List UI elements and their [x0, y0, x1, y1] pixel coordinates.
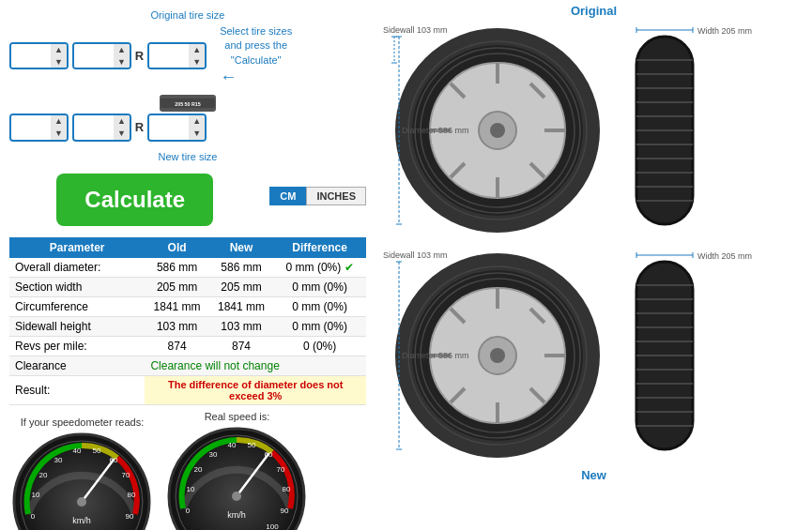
svg-text:90: 90	[281, 507, 289, 515]
diff-circumference: 0 mm (0%)	[273, 296, 366, 316]
old-width: 205 mm	[145, 277, 208, 296]
header-diff: Difference	[273, 237, 366, 258]
diff-revs: 0 (0%)	[273, 336, 366, 356]
table-row: Section width 205 mm 205 mm 0 mm (0%)	[9, 277, 366, 296]
svg-text:100: 100	[266, 522, 279, 530]
speedometer-real: Real speed is: 0 10 20	[164, 411, 310, 530]
param-width: Section width	[9, 277, 145, 296]
clearance-value: Clearance will not change	[145, 356, 366, 375]
svg-text:80: 80	[283, 485, 291, 493]
new-width-up[interactable]: ▲	[51, 115, 67, 128]
new-tire-row: 205 ▲ ▼ 50 ▲ ▼ R 15 ▲ ▼	[9, 114, 366, 142]
result-row: Result: The difference of diameter does …	[9, 375, 366, 404]
arrow-hint: Select tire sizes and press the "Calcula…	[220, 24, 292, 68]
new-profile-input[interactable]: 50	[74, 115, 114, 139]
new-rim-input[interactable]: 15	[149, 115, 189, 139]
table-row: Revs per mile: 874 874 0 (0%)	[9, 336, 366, 356]
svg-point-49	[490, 123, 505, 138]
svg-text:40: 40	[73, 447, 82, 455]
clearance-row: Clearance Clearance will not change	[9, 356, 366, 375]
param-revs: Revs per mile:	[9, 336, 145, 356]
svg-text:20: 20	[194, 465, 203, 474]
original-side-tire-svg: Width 205 mm	[627, 23, 777, 238]
new-rim-spinner[interactable]: 15 ▲ ▼	[147, 114, 207, 142]
speedometers-section: If your speedometer reads:	[9, 411, 366, 530]
original-profile-input[interactable]: 50	[74, 44, 114, 68]
new-tire-label: New tire size	[9, 151, 366, 162]
svg-point-32	[232, 492, 241, 501]
new-side-tire-svg: Width 205 mm	[627, 248, 777, 463]
original-profile-spinner[interactable]: 50 ▲ ▼	[72, 42, 131, 70]
new-width-down[interactable]: ▼	[51, 128, 67, 140]
svg-text:80: 80	[128, 491, 136, 499]
original-rim-input[interactable]: 15	[149, 44, 189, 68]
svg-text:205 50 R15: 205 50 R15	[175, 101, 201, 107]
tire-icon-row: 205 50 R15	[9, 95, 366, 112]
cm-button[interactable]: CM	[269, 187, 306, 205]
new-front-tire-svg: Diameter 586 mm	[390, 248, 605, 463]
svg-text:40: 40	[228, 441, 237, 449]
calculate-button[interactable]: Calculate	[56, 174, 213, 226]
svg-text:Width 205 mm: Width 205 mm	[697, 251, 752, 261]
sidewall-label-orig-front: Sidewall 103 mm	[383, 25, 448, 35]
tire-diagram-panel: Original	[375, 0, 812, 530]
svg-point-88	[490, 348, 505, 363]
original-profile-up[interactable]: ▲	[114, 44, 130, 56]
original-rim-up[interactable]: ▲	[189, 44, 205, 56]
original-width-up[interactable]: ▲	[51, 44, 67, 56]
inches-button[interactable]: INCHES	[306, 187, 366, 205]
speedometer-indicated: If your speedometer reads:	[9, 416, 155, 530]
header-new: New	[209, 237, 273, 258]
original-rim-down[interactable]: ▼	[189, 56, 205, 68]
tire-grid: Diameter 586 mm Sidewall 103 mm	[375, 18, 812, 468]
tire-icon: 205 50 R15	[160, 95, 216, 112]
old-circumference: 1841 mm	[145, 296, 208, 316]
svg-text:70: 70	[277, 465, 285, 474]
table-row: Sidewall height 103 mm 103 mm 0 mm (0%)	[9, 316, 366, 336]
new-profile-down[interactable]: ▼	[114, 128, 130, 140]
speedo-label-2: Real speed is:	[205, 411, 270, 422]
table-row: Circumference 1841 mm 1841 mm 0 mm (0%)	[9, 296, 366, 316]
r-label-new: R	[135, 120, 144, 134]
original-width-down[interactable]: ▼	[51, 56, 67, 68]
svg-point-16	[77, 497, 86, 507]
original-tire-row: 205 ▲ ▼ 50 ▲ ▼ R 15 ▲ ▼	[9, 24, 366, 87]
new-sidewall: 103 mm	[209, 316, 273, 336]
result-message: The difference of diameter does not exce…	[145, 375, 366, 404]
comparison-table: Parameter Old New Difference Overall dia…	[9, 237, 366, 405]
diff-width: 0 mm (0%)	[273, 277, 366, 296]
svg-text:km/h: km/h	[227, 510, 246, 520]
old-sidewall: 103 mm	[145, 316, 208, 336]
new-rim-down[interactable]: ▼	[189, 128, 205, 140]
diff-sidewall: 0 mm (0%)	[273, 316, 366, 336]
svg-text:50: 50	[248, 441, 256, 449]
header-param: Parameter	[9, 237, 145, 258]
original-width-input[interactable]: 205	[11, 44, 51, 68]
svg-text:30: 30	[209, 450, 218, 459]
original-width-spinner[interactable]: 205 ▲ ▼	[9, 42, 69, 70]
clearance-label: Clearance	[9, 356, 145, 375]
new-diameter: 586 mm	[209, 258, 273, 278]
svg-text:km/h: km/h	[72, 516, 91, 525]
new-profile-up[interactable]: ▲	[114, 115, 130, 128]
param-circumference: Circumference	[9, 296, 145, 316]
svg-text:Width 205 mm: Width 205 mm	[697, 26, 752, 36]
diff-diameter: 0 mm (0%) ✔	[273, 258, 366, 278]
speedometer-2-svg: 0 10 20 30 40 50 60 70 80 90 100 km/h	[164, 424, 310, 530]
new-rim-up[interactable]: ▲	[189, 115, 205, 128]
new-profile-spinner[interactable]: 50 ▲ ▼	[72, 114, 131, 142]
original-rim-spinner[interactable]: 15 ▲ ▼	[147, 42, 207, 70]
original-front-tire-svg: Diameter 586 mm	[390, 23, 605, 238]
original-side-tire: Width 205 mm	[620, 18, 784, 243]
svg-text:10: 10	[187, 485, 195, 493]
r-label-original: R	[135, 49, 144, 63]
svg-text:90: 90	[126, 512, 134, 521]
new-width-input[interactable]: 205	[11, 115, 51, 139]
svg-text:50: 50	[93, 447, 101, 455]
table-row: Overall diameter: 586 mm 586 mm 0 mm (0%…	[9, 258, 366, 278]
svg-text:20: 20	[39, 471, 48, 479]
svg-text:30: 30	[54, 456, 63, 464]
original-profile-down[interactable]: ▼	[114, 56, 130, 68]
new-width-spinner[interactable]: 205 ▲ ▼	[9, 114, 69, 142]
new-title: New	[375, 468, 812, 486]
